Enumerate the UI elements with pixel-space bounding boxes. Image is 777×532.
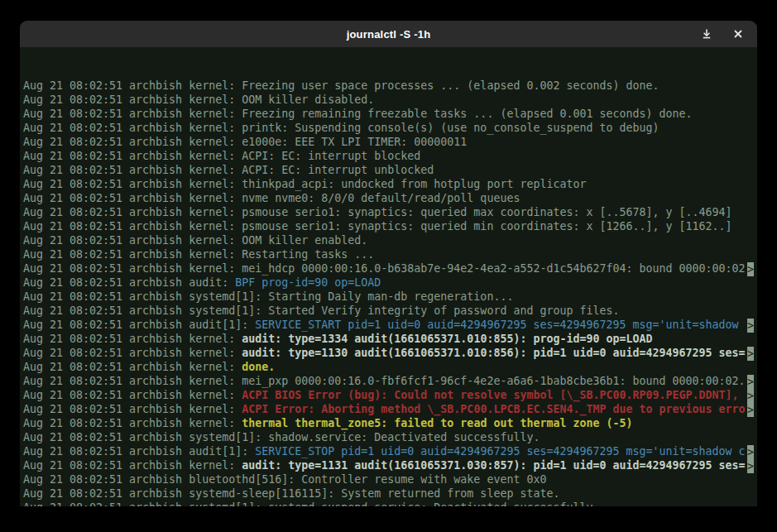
log-line: Aug 21 08:02:51 archbish kernel: thinkpa… — [23, 177, 754, 191]
window-title: journalctl -S -1h — [347, 28, 431, 41]
titlebar[interactable]: journalctl -S -1h — [20, 21, 757, 47]
log-segment: Aug 21 08:02:51 archbish kernel: nvme nv… — [23, 192, 520, 204]
log-line: Aug 21 08:02:51 archbish kernel: audit: … — [23, 458, 754, 472]
log-segment: ACPI BIOS Error (bug): Could not resolve… — [242, 389, 745, 401]
log-segment: Aug 21 08:02:51 archbish kernel: thinkpa… — [23, 178, 586, 190]
log-line: Aug 21 08:02:51 archbish kernel: ACPI: E… — [23, 149, 754, 163]
log-lines: Aug 21 08:02:51 archbish kernel: Freezin… — [23, 79, 754, 506]
log-segment: Aug 21 08:02:51 archbish kernel: OOM kil… — [23, 234, 367, 247]
log-segment: thermal thermal_zone5: failed to read ou… — [242, 417, 632, 429]
log-line: Aug 21 08:02:51 archbish kernel: printk:… — [23, 121, 754, 135]
close-icon — [733, 29, 743, 39]
log-line: Aug 21 08:02:51 archbish systemd-sleep[1… — [23, 486, 754, 501]
log-segment: Aug 21 08:02:51 archbish kernel: — [23, 459, 242, 472]
log-line: Aug 21 08:02:51 archbish kernel: done. — [23, 360, 754, 374]
log-segment: Aug 21 08:02:51 archbish kernel: e1000e:… — [23, 136, 467, 148]
truncation-marker: > — [747, 375, 754, 389]
log-line: Aug 21 08:02:51 archbish kernel: Restart… — [23, 247, 754, 261]
log-segment: Aug 21 08:02:51 archbish kernel: psmouse… — [23, 220, 732, 232]
log-line: Aug 21 08:02:51 archbish kernel: Freezin… — [23, 79, 754, 93]
log-segment: Aug 21 08:02:51 archbish kernel: — [23, 417, 242, 429]
log-line: Aug 21 08:02:51 archbish kernel: OOM kil… — [23, 233, 754, 247]
log-segment: audit: type=1131 audit(1661065371.030:85… — [242, 459, 745, 472]
log-line: Aug 21 08:02:51 archbish kernel: audit: … — [23, 332, 754, 346]
log-line: Aug 21 08:02:51 archbish audit: BPF prog… — [23, 276, 754, 290]
log-line: Aug 21 08:02:51 archbish kernel: psmouse… — [23, 219, 754, 233]
truncation-marker: > — [747, 319, 754, 333]
log-segment: SERVICE_STOP pid=1 uid=0 auid=4294967295… — [255, 445, 745, 458]
log-segment: Aug 21 08:02:51 archbish systemd[1]: Sta… — [23, 304, 620, 317]
log-segment: done. — [242, 361, 275, 373]
log-segment: Aug 21 08:02:51 archbish kernel: psmouse… — [23, 206, 732, 218]
log-line: Aug 21 08:02:51 archbish kernel: Freezin… — [23, 107, 754, 121]
download-icon — [701, 28, 712, 40]
log-segment: Aug 21 08:02:51 archbish kernel: Freezin… — [23, 79, 659, 92]
log-segment: Aug 21 08:02:51 archbish kernel: printk:… — [23, 122, 659, 134]
close-button[interactable] — [731, 26, 746, 41]
log-segment: Aug 21 08:02:51 archbish kernel: — [23, 389, 242, 401]
log-segment: Aug 21 08:02:51 archbish kernel: OOM kil… — [23, 93, 374, 106]
log-line: Aug 21 08:02:51 archbish kernel: audit: … — [23, 346, 754, 360]
terminal-output[interactable]: Aug 21 08:02:51 archbish kernel: Freezin… — [20, 47, 757, 506]
log-line: Aug 21 08:02:51 archbish systemd[1]: sha… — [23, 430, 754, 444]
truncation-marker: > — [747, 389, 754, 403]
log-line: Aug 21 08:02:51 archbish bluetoothd[516]… — [23, 472, 754, 486]
log-segment: Aug 21 08:02:51 archbish kernel: ACPI: E… — [23, 164, 434, 176]
log-segment: Aug 21 08:02:51 archbish kernel: — [23, 333, 242, 345]
log-line: Aug 21 08:02:51 archbish systemd[1]: Sta… — [23, 304, 754, 318]
log-line: Aug 21 08:02:51 archbish systemd[1]: sys… — [23, 501, 754, 506]
log-line: Aug 21 08:02:51 archbish kernel: thermal… — [23, 416, 754, 430]
log-line: Aug 21 08:02:51 archbish audit[1]: SERVI… — [23, 318, 754, 332]
log-line: Aug 21 08:02:51 archbish systemd[1]: Sta… — [23, 290, 754, 304]
log-line: Aug 21 08:02:51 archbish audit[1]: SERVI… — [23, 444, 754, 458]
log-segment: SERVICE_START pid=1 uid=0 auid=429496729… — [255, 319, 745, 331]
log-line: Aug 21 08:02:51 archbish kernel: ACPI: E… — [23, 163, 754, 177]
log-segment: audit: type=1334 audit(1661065371.010:85… — [242, 333, 652, 345]
log-segment: Aug 21 08:02:51 archbish kernel: ACPI: E… — [23, 150, 420, 162]
log-line: Aug 21 08:02:51 archbish kernel: OOM kil… — [23, 93, 754, 107]
truncation-marker: > — [747, 445, 754, 459]
log-line: Aug 21 08:02:51 archbish kernel: mei_pxp… — [23, 374, 754, 388]
titlebar-buttons — [699, 21, 746, 47]
log-segment: Aug 21 08:02:51 archbish audit: — [23, 276, 235, 289]
truncation-marker: > — [747, 262, 754, 276]
log-segment: Aug 21 08:02:51 archbish kernel: — [23, 403, 242, 415]
log-segment: BPF prog-id=90 op=LOAD — [235, 276, 381, 289]
log-segment: Aug 21 08:02:51 archbish audit[1]: — [23, 319, 255, 331]
log-segment: Aug 21 08:02:51 archbish kernel: Restart… — [23, 248, 374, 261]
log-segment: Aug 21 08:02:51 archbish audit[1]: — [23, 445, 255, 458]
truncation-marker: > — [747, 347, 754, 361]
log-segment: Aug 21 08:02:51 archbish systemd[1]: sys… — [23, 501, 599, 506]
log-line: Aug 21 08:02:51 archbish kernel: psmouse… — [23, 205, 754, 219]
truncation-marker: > — [747, 403, 754, 417]
truncation-marker: > — [747, 459, 754, 473]
log-line: Aug 21 08:02:51 archbish kernel: mei_hdc… — [23, 261, 754, 276]
log-line: Aug 21 08:02:51 archbish kernel: ACPI Er… — [23, 402, 754, 416]
log-segment: Aug 21 08:02:51 archbish bluetoothd[516]… — [23, 473, 546, 486]
log-line: Aug 21 08:02:51 archbish kernel: ACPI BI… — [23, 388, 754, 402]
log-segment: ACPI Error: Aborting method \_SB.PC00.LP… — [242, 403, 745, 415]
log-segment: audit: type=1130 audit(1661065371.010:85… — [242, 347, 745, 359]
log-segment: Aug 21 08:02:51 archbish systemd[1]: Sta… — [23, 290, 513, 303]
log-segment: Aug 21 08:02:51 archbish systemd[1]: sha… — [23, 431, 540, 443]
log-line: Aug 21 08:02:51 archbish kernel: e1000e:… — [23, 135, 754, 149]
log-segment: Aug 21 08:02:51 archbish kernel: Freezin… — [23, 108, 693, 120]
log-segment: Aug 21 08:02:51 archbish kernel: mei_pxp… — [23, 375, 746, 387]
log-line: Aug 21 08:02:51 archbish kernel: nvme nv… — [23, 191, 754, 205]
terminal-window: journalctl -S -1h Aug 21 08:02:51 archbi… — [20, 21, 757, 506]
log-segment: Aug 21 08:02:51 archbish kernel: mei_hdc… — [23, 262, 746, 275]
log-segment: Aug 21 08:02:51 archbish kernel: — [23, 347, 242, 359]
log-segment: Aug 21 08:02:51 archbish systemd-sleep[1… — [23, 487, 559, 500]
download-button[interactable] — [699, 26, 714, 41]
log-segment: Aug 21 08:02:51 archbish kernel: — [23, 361, 242, 373]
